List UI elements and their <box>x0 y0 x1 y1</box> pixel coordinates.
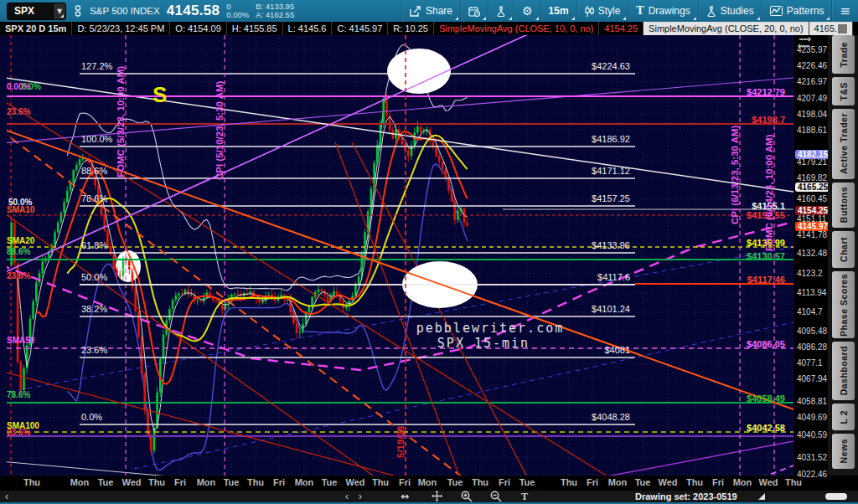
chart-label: $4086.05 <box>747 339 785 349</box>
time-tick: Thu <box>247 477 264 487</box>
price-chart[interactable]: 127.2%$4224.63100.0%$4186.9288.6%$4171.1… <box>0 0 858 504</box>
time-tick: Thu <box>472 477 488 487</box>
sidebar-tab-buttons[interactable]: Buttons <box>832 183 855 228</box>
sidebar-tab-phase-scores[interactable]: Phase Scores <box>832 271 855 338</box>
chart-label: 23.6% <box>7 428 30 437</box>
price-tick: 4049.69 <box>797 413 827 422</box>
price-tick: 4123.2 <box>797 269 823 278</box>
time-tick: Fri <box>587 477 598 487</box>
page-next-icon[interactable]: › <box>359 491 362 502</box>
price-tick: 4216.97 <box>797 77 827 86</box>
time-tick: Wed <box>345 477 364 487</box>
time-axis[interactable]: ThuMonTueWedThuFriMonTueThuFriMonTueWedT… <box>0 476 794 491</box>
chart-label: $4133.96 <box>592 240 630 250</box>
time-tick: Thu <box>561 477 577 487</box>
text-tool-icon[interactable]: T <box>521 491 528 502</box>
letter-annotation: S <box>152 82 167 107</box>
price-tick: 4077.1 <box>797 358 823 368</box>
chart-label: $4081 <box>604 345 630 355</box>
price-tick: 4169.82 <box>797 173 827 183</box>
moving-average-line <box>67 136 467 342</box>
chart-label: 50.0% <box>81 272 107 282</box>
price-axis[interactable]: 4235.974226.464216.974207.494198.044188.… <box>794 35 830 476</box>
chart-label: $4130.57 <box>747 251 785 261</box>
move-icon[interactable] <box>432 491 442 504</box>
page-prev-icon[interactable]: ‹ <box>345 491 349 502</box>
chart-label: $4117.46 <box>747 275 785 285</box>
price-bubble: 4154.25 <box>795 206 830 215</box>
chart-label: $4058.49 <box>747 393 785 404</box>
chart-label: 23.6% <box>7 271 30 280</box>
chart-label: 78.6% <box>81 193 107 203</box>
sidebar-tab-active-trader[interactable]: Active Trader <box>832 109 855 179</box>
chart-label: 61.8% <box>81 240 107 250</box>
event-label: CPI (5/10/23, 5:30 AM) <box>214 80 225 180</box>
price-tick: 4058.81 <box>797 397 827 406</box>
scroll-left-icon[interactable]: ‹ <box>5 491 8 502</box>
price-tick: 4198.04 <box>797 110 827 119</box>
chart-label: SMA20 <box>7 236 35 245</box>
time-tick: Wed <box>758 477 778 487</box>
chart-label: $4048.28 <box>592 412 630 422</box>
time-tick: Thu <box>372 477 389 487</box>
chart-label: 88.6% <box>7 247 30 256</box>
chart-label: 0.0% <box>22 82 41 91</box>
time-tick: Mon <box>418 477 437 487</box>
drawing-set-label[interactable]: Drawing set: 2023-0519 <box>635 491 737 501</box>
highlight-ellipse[interactable] <box>387 49 451 94</box>
time-tick: Fri <box>273 477 285 487</box>
sidebar-tab-news[interactable]: News <box>832 434 855 469</box>
sidebar-tab-t-s[interactable]: T&S <box>832 77 855 105</box>
time-tick: Mon <box>295 477 314 487</box>
price-tick: 4067.94 <box>797 374 827 383</box>
chart-label: SMA50 <box>7 336 35 345</box>
chart-label: 38.2% <box>81 304 107 314</box>
time-tick: Fri <box>399 477 411 487</box>
pan-icon[interactable]: ↔ <box>401 491 409 502</box>
event-label: CPI (6/13/23, 5:30 AM) <box>730 125 740 224</box>
chart-label: 88.6% <box>81 166 107 176</box>
price-tick: 4160.45 <box>797 194 827 203</box>
zoom-out-icon[interactable] <box>490 491 502 504</box>
price-tick: 4095.48 <box>797 327 827 336</box>
chart-label: $4157.25 <box>592 193 630 203</box>
time-tick: Tue <box>519 477 535 487</box>
chart-label: $4186.92 <box>592 134 630 144</box>
price-tick: 4040.59 <box>797 430 827 440</box>
time-tick: Fri <box>712 477 724 487</box>
time-tick: Tue <box>635 477 651 487</box>
chart-label: 127.2% <box>81 61 113 71</box>
time-tick: Wed <box>658 477 677 487</box>
time-tick: Wed <box>121 477 141 487</box>
time-tick: Mon <box>733 477 752 487</box>
chart-label: $4042.58 <box>747 423 785 433</box>
price-tick: 4188.61 <box>797 126 827 135</box>
price-tick: 4113.94 <box>797 288 826 297</box>
chart-label: $4101.24 <box>592 304 630 314</box>
chart-label: 100.0% <box>81 134 113 144</box>
price-tick: 4141.78 <box>797 230 827 239</box>
sidebar-tab-chart[interactable]: Chart <box>832 231 855 268</box>
price-bubble: 4145.97 <box>795 222 830 231</box>
sidebar-tab-l-2[interactable]: L 2 <box>832 404 855 430</box>
time-tick: Mon <box>70 477 90 487</box>
zoom-in-icon[interactable] <box>461 491 473 504</box>
chart-label: 23.6% <box>7 107 30 116</box>
chart-label: 0.0% <box>81 412 102 422</box>
time-tick: Tue <box>447 477 463 487</box>
event-label: 5/19/23 <box>395 426 406 458</box>
chart-label: $4198.7 <box>752 115 785 125</box>
time-tick: Mon <box>197 477 216 487</box>
price-tick: 4235.97 <box>797 45 827 54</box>
price-tick: 4132.48 <box>797 249 827 258</box>
chart-label: $4171.12 <box>592 166 630 176</box>
scrollbar-thumb[interactable] <box>825 493 847 500</box>
price-tick: 4226.46 <box>797 61 827 70</box>
sidebar-tab-trade[interactable]: Trade <box>832 35 855 74</box>
price-tick: 4086.28 <box>797 342 827 352</box>
fold-icon <box>758 493 765 500</box>
sidebar-tab-dashboard[interactable]: Dashboard <box>832 342 855 400</box>
time-tick: Tue <box>98 477 114 487</box>
price-tick: 4104.7 <box>797 307 823 316</box>
time-tick: Tue <box>322 477 338 487</box>
